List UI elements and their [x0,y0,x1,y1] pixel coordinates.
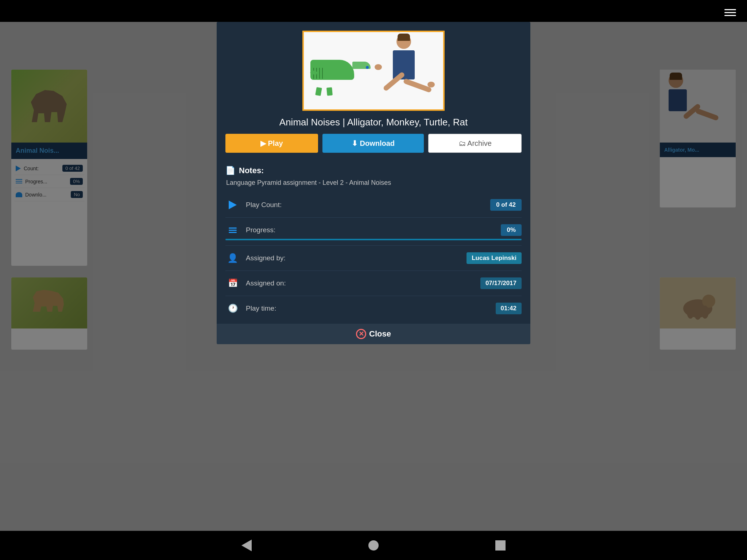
play-button[interactable]: ▶ Play [225,134,318,153]
alligator-illustration [310,52,358,89]
assigned-on-icon: 📅 [228,279,238,288]
stripe3 [319,68,320,79]
modal-actions: ▶ Play ⬇ Download 🗂 Archive [217,134,530,160]
person-hand-left [375,64,382,70]
archive-button[interactable]: 🗂 Archive [428,134,522,153]
notes-title: Notes: [239,166,264,175]
stat-line3 [229,232,237,233]
modal-title: Animal Noises | Alligator, Monkey, Turtl… [217,117,530,134]
stripe4 [322,68,323,79]
hamburger-menu-button[interactable] [721,4,740,22]
progress-icon [229,228,237,233]
stat-row-assigned-by: 👤 Assigned by: Lucas Lepinski [225,246,522,271]
alligator-main-body [310,60,354,80]
alligator-leg2 [326,87,333,96]
back-button[interactable] [238,537,255,554]
assigned-on-icon-wrap: 📅 [225,276,240,291]
play-time-label: Play time: [246,304,496,312]
close-label: Close [369,329,391,339]
modal-stats: Play Count: 0 of 42 Progress: 0% [217,190,530,324]
assigned-by-icon: 👤 [227,253,238,263]
stat-line1 [229,228,237,229]
hamburger-line-3 [724,15,736,16]
recents-icon [495,540,506,551]
progress-badge: 0% [501,224,522,236]
progress-label: Progress: [246,226,501,234]
home-button[interactable] [365,537,382,554]
person-hand-right [427,82,435,88]
modal-video-container [217,22,530,117]
stat-row-play-time: 🕐 Play time: 01:42 [225,296,522,321]
alligator-head [352,62,371,69]
assigned-by-label: Assigned by: [246,254,467,262]
assigned-by-icon-wrap: 👤 [225,251,240,265]
notes-header: 📄 Notes: [225,166,522,175]
notes-content: Language Pyramid assignment - Level 2 - … [225,179,522,187]
play-count-badge: 0 of 42 [490,199,522,211]
modal-overlay: Animal Noises | Alligator, Monkey, Turtl… [0,22,747,531]
recents-button[interactable] [492,537,509,554]
bottom-bar [0,531,747,560]
sign-language-person [371,34,437,107]
play-time-icon: 🕐 [228,304,238,313]
play-count-label: Play Count: [246,201,490,209]
play-time-icon-wrap: 🕐 [225,301,240,316]
play-time-badge: 01:42 [496,303,522,314]
play-count-icon [229,201,237,209]
notes-icon: 📄 [225,166,235,175]
play-count-icon-wrap [225,198,240,212]
modal-video-content [304,32,443,109]
close-bar[interactable]: ✕ Close [217,324,530,344]
stat-row-play-count: Play Count: 0 of 42 [225,192,522,218]
home-icon [368,540,379,551]
alligator-leg1 [315,87,322,96]
alligator-eye [366,66,369,69]
person-hair [398,34,410,41]
person-head [396,34,411,49]
stat-line2 [229,230,237,231]
modal-notes: 📄 Notes: Language Pyramid assignment - L… [217,160,530,190]
assigned-on-badge: 07/17/2017 [480,277,522,289]
hamburger-line-1 [724,9,736,10]
progress-bar-track [225,239,522,240]
stat-row-assigned-on: 📅 Assigned on: 07/17/2017 [225,271,522,296]
progress-icon-wrap [225,223,240,237]
stat-row-progress: Progress: 0% [225,218,522,246]
assigned-by-badge: Lucas Lepinski [467,252,522,264]
back-icon [241,540,252,551]
assigned-on-label: Assigned on: [246,279,480,287]
modal-video-preview[interactable] [302,31,445,111]
close-icon: ✕ [356,329,366,339]
top-bar [0,0,747,22]
modal-dialog: Animal Noises | Alligator, Monkey, Turtl… [217,22,530,344]
download-button[interactable]: ⬇ Download [322,134,424,153]
hamburger-line-2 [724,12,736,13]
